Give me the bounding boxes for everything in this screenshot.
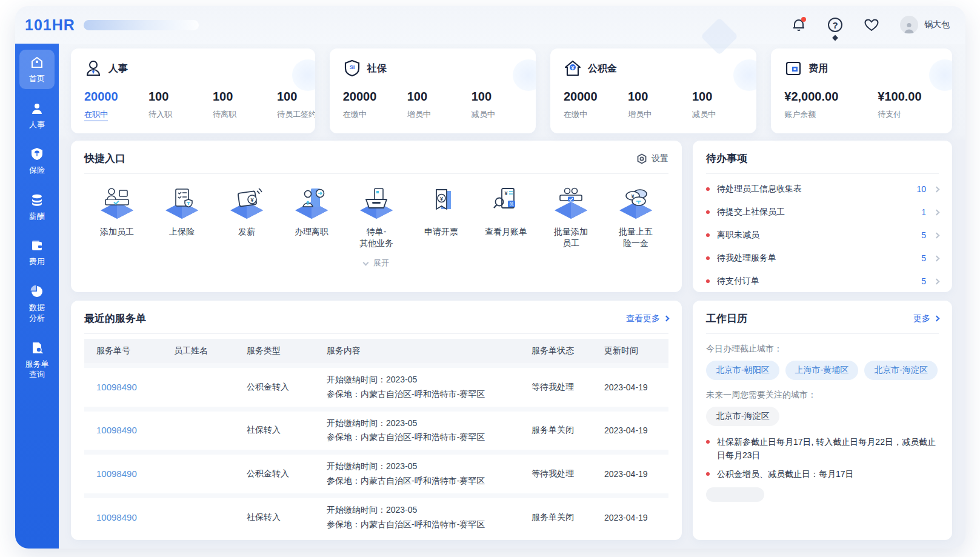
sidebar-item-label: 薪酬 [29,211,45,222]
stat-si-adding[interactable]: 100 增员中 [407,90,451,120]
stat-account-balance[interactable]: ¥2,000.00 账户余额 [784,90,857,120]
service-type: 公积金转入 [247,382,327,393]
pay-salary-wallet-icon: ¥ [227,186,267,220]
header-skeleton-bar [84,20,199,30]
order-no-link[interactable]: 10098490 [96,469,137,479]
recent-orders-title: 最近的服务单 [84,312,146,325]
stat-label: 减员中 [472,109,495,120]
quick-entry-title: 快捷入口 [84,152,125,165]
stat-pending-onboard[interactable]: 100 待入职 [148,90,192,121]
sidebar-item-order-search[interactable]: 服务单 查询 [19,335,55,385]
notifications-button[interactable] [791,17,807,33]
stat-hf-paying[interactable]: 20000 在缴中 [564,90,607,120]
sidebar-item-expense[interactable]: 费用 [19,233,55,272]
calendar-more-link[interactable]: 更多 [913,313,939,324]
todo-item-resigned-not-removed[interactable]: 离职未减员 5 [706,224,939,247]
service-content-line1: 开始缴纳时间：2023-05 [327,416,532,431]
social-insurance-shield-icon: SI [343,59,361,78]
todo-item-submit-si[interactable]: 待提交上社保员工 1 [706,201,939,224]
view-more-link[interactable]: 查看更多 [626,313,668,324]
service-content-line2: 参保地：内蒙古自治区-呼和浩特市-赛罕区 [327,430,532,445]
quick-add-insurance[interactable]: 上保险 [153,186,211,249]
help-button[interactable]: ? [827,17,843,33]
stat-pending-sign[interactable]: 100 待员工签约 [277,90,315,121]
table-row[interactable]: 10098490 社保转入 开始缴纳时间：2023-05 参保地：内蒙古自治区-… [84,498,668,537]
service-type: 社保转入 [247,512,327,523]
city-tag[interactable]: 上海市-黄埔区 [785,361,859,380]
sidebar-item-hr[interactable]: 人事 [19,96,55,135]
favorites-button[interactable] [864,17,879,33]
stat-label: 待入职 [148,109,172,120]
stat-label: 待员工签约 [277,109,315,120]
stat-hf-adding[interactable]: 100 增员中 [628,90,672,120]
table-row[interactable]: 10098490 公积金转入 开始缴纳时间：2023-05 参保地：内蒙古自治区… [84,455,668,493]
service-content-line2: 参保地：内蒙古自治区-呼和浩特市-赛罕区 [327,518,532,532]
order-no-link[interactable]: 10098490 [96,425,137,435]
shield-icon [30,147,44,161]
page: 101HR ? [0,0,980,557]
quick-add-employee[interactable]: 添加员工 [88,186,146,249]
service-content-line1: 开始缴纳时间：2023-05 [327,459,532,474]
user-name: 锅大包 [924,19,950,30]
sidebar-item-payroll[interactable]: 薪酬 [19,187,55,227]
order-no-link[interactable]: 10098490 [96,512,137,522]
svg-text:¥: ¥ [571,65,574,71]
stat-pending-payment[interactable]: ¥100.00 待支付 [878,90,921,120]
order-status: 服务单关闭 [532,425,604,436]
todo-card: 待办事项 待处理员工信息收集表 10 [693,141,952,292]
stat-si-removing[interactable]: 100 减员中 [472,90,515,120]
person-icon [30,101,44,116]
add-employee-icon [97,186,137,220]
city-tag[interactable]: 北京市-朝阳区 [706,361,779,380]
todo-count: 10 [916,184,926,194]
service-content-line2: 参保地：内蒙古自治区-呼和浩特市-赛罕区 [327,387,532,402]
col-header-service-content: 服务内容 [327,345,532,356]
stat-label: 待支付 [878,109,901,120]
order-no-link[interactable]: 10098490 [96,382,137,392]
service-content-line1: 开始缴纳时间：2023-05 [327,503,532,518]
stat-value: 20000 [343,90,387,104]
batch-insurance-coins-icon: ¥ [616,186,656,220]
quick-pay-salary[interactable]: ¥ 发薪 [218,186,276,249]
stat-label: 增员中 [628,109,652,120]
todo-item-orders-to-pay[interactable]: 待支付订单 5 [706,270,939,292]
red-dot-icon [706,279,710,283]
user-menu[interactable]: 锅大包 [900,16,950,34]
stat-value: 100 [407,90,451,104]
stat-label: 账户余额 [784,109,816,120]
todo-count: 5 [921,276,926,286]
city-tag[interactable]: 北京市-海淀区 [706,407,779,426]
stat-hf-removing[interactable]: 100 减员中 [692,90,736,120]
sidebar-item-home[interactable]: 首页 [19,50,55,89]
quick-batch-add-employees[interactable]: 批量添加员工 [542,186,600,249]
table-row[interactable]: 10098490 公积金转入 开始缴纳时间：2023-05 参保地：内蒙古自治区… [84,368,668,407]
table-row[interactable]: 10098490 社保转入 开始缴纳时间：2023-05 参保地：内蒙古自治区-… [84,412,668,450]
stat-active-employees[interactable]: 20000 在职中 [84,90,128,121]
stat-value: 100 [277,90,315,104]
expand-button[interactable]: 展开 [84,258,668,268]
settings-button[interactable]: 设置 [636,153,668,164]
quick-view-monthly-bill[interactable]: ¥ 31 查看月账单 [477,186,535,249]
todo-item-info-forms[interactable]: 待处理员工信息收集表 10 [706,178,939,201]
stat-si-paying[interactable]: 20000 在缴中 [343,90,387,120]
quick-request-invoice[interactable]: ¥ 申请开票 [412,186,470,249]
chevron-right-icon [934,316,940,322]
todo-item-orders-to-handle[interactable]: 待我处理服务单 5 [706,247,939,270]
red-dot-icon [706,233,710,237]
city-tag[interactable]: 北京市-海淀区 [864,361,938,380]
chevron-right-icon [934,209,940,215]
sidebar-item-analytics[interactable]: 数据 分析 [19,279,55,329]
sidebar-item-insurance[interactable]: 保险 [19,141,55,181]
notification-badge-dot [801,17,806,22]
quick-resignation[interactable]: 办理离职 [282,186,341,249]
avatar [900,16,918,34]
quick-special-order[interactable]: 特单-其他业务 [347,186,405,249]
chevron-right-icon [934,232,940,238]
pie-chart-icon [30,284,44,299]
service-type: 公积金转入 [247,469,327,479]
quick-batch-insurance[interactable]: ¥ 批量上五险一金 [607,186,665,249]
stat-pending-offboard[interactable]: 100 待离职 [213,90,256,121]
person-silhouette-icon [902,21,916,34]
col-header-service-type: 服务类型 [247,345,327,356]
sidebar-item-label: 保险 [29,165,45,176]
